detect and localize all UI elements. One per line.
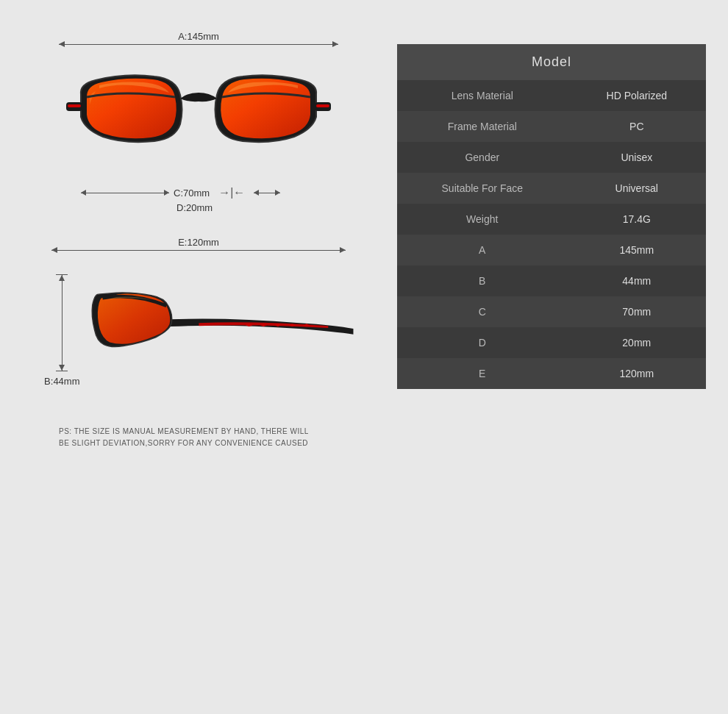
dim-c-line-row: C:70mm →|← <box>81 186 280 199</box>
glasses-side-image <box>84 257 357 404</box>
table-cell-label: Suitable For Face <box>397 173 568 204</box>
table-cell-label: D <box>397 327 568 358</box>
table-row: Suitable For Face Universal <box>397 173 706 204</box>
table-cell-label: E <box>397 358 568 389</box>
table-cell-label: Gender <box>397 142 568 173</box>
dim-e-label: E:120mm <box>178 237 219 248</box>
dim-d-arrow <box>254 188 280 198</box>
left-panel: A:145mm <box>22 29 375 685</box>
glasses-front-image <box>59 51 338 183</box>
table-cell-label: B <box>397 265 568 296</box>
svg-rect-2 <box>68 104 81 107</box>
table-cell-value: HD Polarized <box>568 80 706 111</box>
table-cell-value: 20mm <box>568 327 706 358</box>
table-row: Frame Material PC <box>397 111 706 142</box>
svg-rect-3 <box>316 104 329 107</box>
table-row: Weight 17.4G <box>397 204 706 235</box>
table-row: E 120mm <box>397 358 706 389</box>
dim-e-row: E:120mm <box>51 250 346 251</box>
table-cell-label: C <box>397 296 568 327</box>
dim-b-col: B:44mm <box>40 257 84 404</box>
dim-e-line <box>51 250 346 251</box>
dim-c-label: C:70mm <box>174 188 210 199</box>
table-row: A 145mm <box>397 235 706 265</box>
table-row: B 44mm <box>397 265 706 296</box>
dim-a-row: A:145mm <box>59 44 338 45</box>
spec-table: Model Lens Material HD Polarized Frame M… <box>397 44 706 389</box>
table-cell-value: Unisex <box>568 142 706 173</box>
side-view-section: E:120mm B:44mm <box>22 250 375 404</box>
table-row: C 70mm <box>397 296 706 327</box>
side-view-container: B:44mm <box>40 257 357 404</box>
table-row: D 20mm <box>397 327 706 358</box>
dim-a-line <box>59 44 338 45</box>
table-cell-label: Weight <box>397 204 568 235</box>
table-cell-value: 145mm <box>568 235 706 265</box>
front-view-section: A:145mm <box>22 44 375 213</box>
table-header: Model <box>397 44 706 80</box>
dim-b-line <box>62 275 63 371</box>
dim-a-label: A:145mm <box>178 31 219 42</box>
table-cell-value: PC <box>568 111 706 142</box>
table-row: Lens Material HD Polarized <box>397 80 706 111</box>
table-cell-value: 44mm <box>568 265 706 296</box>
table-cell-label: Lens Material <box>397 80 568 111</box>
dim-c-line <box>81 193 169 193</box>
dim-cd-row: C:70mm →|← D:20mm <box>59 186 338 213</box>
table-cell-value: Universal <box>568 173 706 204</box>
right-panel: Model Lens Material HD Polarized Frame M… <box>397 44 706 389</box>
main-container: A:145mm <box>0 0 728 714</box>
dim-b-label: B:44mm <box>44 376 79 387</box>
table-cell-value: 120mm <box>568 358 706 389</box>
dim-d-label: D:20mm <box>176 202 213 213</box>
table-cell-label: Frame Material <box>397 111 568 142</box>
table-cell-value: 17.4G <box>568 204 706 235</box>
table-cell-value: 70mm <box>568 296 706 327</box>
dim-d-line <box>254 193 280 193</box>
table-cell-label: A <box>397 235 568 265</box>
table-row: Gender Unisex <box>397 142 706 173</box>
table-header-row: Model <box>397 44 706 80</box>
dim-c-arrow <box>81 188 169 198</box>
note-text: PS: THE SIZE IS MANUAL MEASUREMENT BY HA… <box>59 426 338 449</box>
